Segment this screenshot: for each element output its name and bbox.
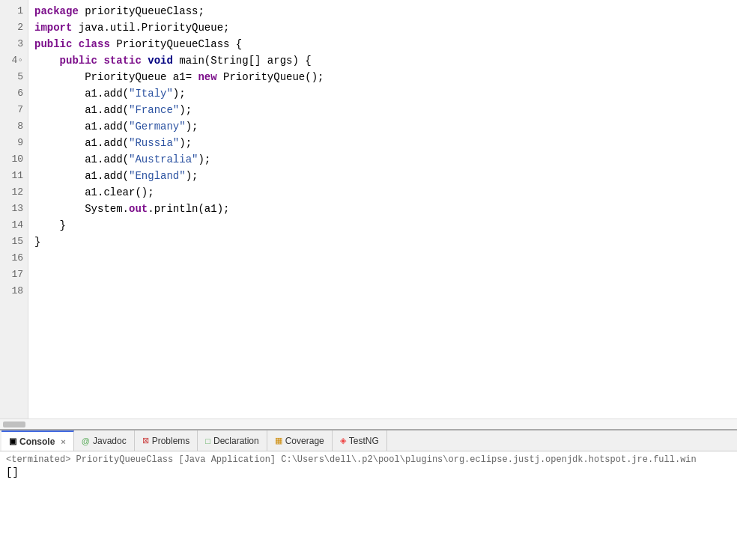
line-number-17: 17 (4, 267, 23, 283)
line-number-13: 13 (4, 201, 23, 217)
code-line-2: import java.util.PriorityQueue; (34, 19, 731, 36)
tab-coverage[interactable]: ▦Coverage (267, 430, 333, 451)
code-line-3: public class PriorityQueueClass { (34, 36, 731, 52)
tab-console[interactable]: ▣Console× (1, 430, 74, 451)
code-line-11: a1.add("England"); (34, 168, 731, 184)
line-number-18: 18 (4, 283, 23, 299)
line-number-14: 14 (4, 217, 23, 234)
code-line-6: a1.add("Italy"); (34, 85, 731, 102)
line-number-9: 9 (4, 135, 23, 151)
testng-tab-label: TestNG (349, 436, 379, 446)
problems-tab-icon: ⊠ (142, 436, 149, 445)
code-line-17: } (34, 234, 731, 250)
tab-javadoc[interactable]: @Javadoc (74, 430, 135, 451)
console-tab-close[interactable]: × (61, 437, 65, 446)
line-number-8: 8 (4, 118, 23, 135)
code-line-8: a1.add("Germany"); (34, 118, 731, 135)
tab-declaration[interactable]: □Declaration (198, 430, 267, 451)
console-status: <terminated> PriorityQueueClass [Java Ap… (6, 454, 731, 465)
bottom-panel: ▣Console×@Javadoc⊠Problems□Declaration▦C… (0, 429, 737, 560)
problems-tab-label: Problems (152, 436, 190, 446)
code-line-4: public static void main(String[] args) { (34, 52, 731, 69)
code-line-12: a1.clear(); (34, 184, 731, 201)
javadoc-tab-icon: @ (82, 436, 90, 445)
line-number-2: 2 (4, 19, 23, 36)
console-tab-label: Console (19, 436, 55, 447)
console-tab-icon: ▣ (9, 436, 16, 446)
code-content[interactable]: package priorityQueueClass;import java.u… (28, 0, 737, 419)
console-result: [] (6, 466, 731, 478)
line-number-11: 11 (4, 168, 23, 184)
code-line-10: a1.add("Australia"); (34, 151, 731, 168)
testng-tab-icon: ◈ (340, 436, 346, 445)
code-area: 1234◦56789101112131415161718 package pri… (0, 0, 737, 419)
coverage-tab-icon: ▦ (275, 436, 282, 445)
declaration-tab-icon: □ (205, 436, 210, 445)
declaration-tab-label: Declaration (213, 436, 259, 446)
scroll-thumb[interactable] (3, 421, 25, 427)
horizontal-scrollbar[interactable] (0, 419, 737, 429)
coverage-tab-label: Coverage (285, 436, 324, 446)
line-numbers: 1234◦56789101112131415161718 (0, 0, 28, 419)
code-line-5: PriorityQueue a1= new PriorityQueue(); (34, 69, 731, 85)
line-number-10: 10 (4, 151, 23, 168)
code-line-9: a1.add("Russia"); (34, 135, 731, 151)
console-output: <terminated> PriorityQueueClass [Java Ap… (0, 451, 737, 560)
code-line-1: package priorityQueueClass; (34, 3, 731, 19)
line-number-7: 7 (4, 102, 23, 118)
tab-bar: ▣Console×@Javadoc⊠Problems□Declaration▦C… (0, 430, 737, 451)
code-editor: 1234◦56789101112131415161718 package pri… (0, 0, 737, 429)
line-number-4: 4◦ (4, 52, 23, 69)
code-line-7: a1.add("France"); (34, 102, 731, 118)
line-number-6: 6 (4, 85, 23, 102)
line-number-1: 1 (4, 3, 23, 19)
line-number-5: 5 (4, 69, 23, 85)
tab-testng[interactable]: ◈TestNG (333, 430, 387, 451)
line-number-15: 15 (4, 234, 23, 250)
code-line-13: System.out.println(a1); (34, 201, 731, 217)
line-number-16: 16 (4, 250, 23, 267)
line-number-3: 3 (4, 36, 23, 52)
code-line-15: } (34, 217, 731, 234)
line-number-12: 12 (4, 184, 23, 201)
javadoc-tab-label: Javadoc (93, 436, 127, 446)
tab-problems[interactable]: ⊠Problems (135, 430, 198, 451)
